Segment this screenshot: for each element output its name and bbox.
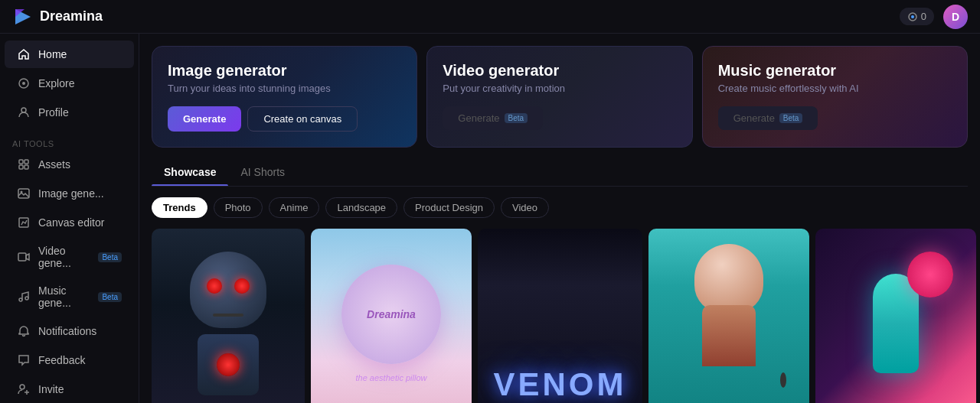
sidebar-item-label: Canvas editor xyxy=(38,216,104,229)
venom-text: VENOM xyxy=(493,366,626,403)
filter-pills: Trends Photo Anime Landscape Product Des… xyxy=(152,197,968,218)
sidebar-item-assets[interactable]: Assets xyxy=(5,151,134,178)
sidebar-item-label: Profile xyxy=(38,106,69,119)
profile-icon xyxy=(17,106,31,119)
video-beta-badge: Beta xyxy=(505,113,528,123)
sidebar-item-label: Notifications xyxy=(38,325,96,337)
sidebar-item-label: Assets xyxy=(38,158,70,171)
feature-cards: Image generator Turn your ideas into stu… xyxy=(152,46,968,148)
image-generator-card: Image generator Turn your ideas into stu… xyxy=(152,46,417,148)
sidebar-item-canvas-editor[interactable]: Canvas editor xyxy=(5,209,134,236)
video-icon xyxy=(17,250,31,264)
sidebar-item-notifications[interactable]: Notifications xyxy=(5,317,134,345)
explore-icon xyxy=(17,76,31,90)
card-title: Music generator xyxy=(718,62,952,80)
sidebar-item-profile[interactable]: Profile xyxy=(5,99,134,126)
image-gallery: Dreamina the aesthetic pillow VENOM xyxy=(152,229,968,403)
showcase-tabs: Showcase AI Shorts xyxy=(152,161,968,187)
music-generate-button[interactable]: Generate Beta xyxy=(718,106,818,130)
card-subtitle: Turn your ideas into stunning images xyxy=(168,83,401,94)
filter-landscape[interactable]: Landscape xyxy=(325,197,397,218)
card-subtitle: Put your creativity in motion xyxy=(443,83,676,94)
music-gen-badge: Beta xyxy=(98,292,122,302)
notification-counter[interactable]: 0 xyxy=(900,8,934,25)
gallery-item-dreaming[interactable]: Dreamina the aesthetic pillow xyxy=(311,229,472,403)
topnav-right: 0 D xyxy=(900,5,968,29)
filter-photo[interactable]: Photo xyxy=(214,197,263,218)
video-generate-button[interactable]: Generate Beta xyxy=(443,106,543,130)
sidebar-item-music-gen[interactable]: Music gene... Beta xyxy=(5,278,134,316)
gallery-item-portrait[interactable] xyxy=(648,229,809,403)
filter-anime[interactable]: Anime xyxy=(269,197,320,218)
sidebar-item-label: Music gene... xyxy=(38,284,89,309)
topnav: Dreamina 0 D xyxy=(0,0,980,34)
card-title: Image generator xyxy=(168,62,401,80)
assets-icon xyxy=(17,158,31,171)
svg-point-16 xyxy=(25,297,28,300)
gallery-item-venom[interactable]: VENOM xyxy=(478,229,642,403)
filter-video[interactable]: Video xyxy=(501,197,549,218)
svg-point-6 xyxy=(21,108,26,112)
invite-icon xyxy=(17,382,31,396)
gallery-item-robot[interactable] xyxy=(152,229,305,403)
sidebar-item-label: Invite xyxy=(38,383,64,395)
dreamina-logo-icon xyxy=(12,6,34,28)
robot-left-eye xyxy=(207,278,222,294)
sidebar-item-home[interactable]: Home xyxy=(5,41,134,68)
image-icon xyxy=(17,187,31,200)
video-generator-card: Video generator Put your creativity in m… xyxy=(426,46,692,148)
svg-point-3 xyxy=(911,15,914,18)
filter-product-design[interactable]: Product Design xyxy=(403,197,495,218)
sidebar-item-feedback[interactable]: Feedback xyxy=(5,346,134,374)
main-content: Image generator Turn your ideas into stu… xyxy=(139,34,980,403)
image-generate-button[interactable]: Generate xyxy=(168,106,241,132)
music-beta-badge: Beta xyxy=(779,113,803,123)
sidebar-section-ai-tools: AI tools xyxy=(0,136,139,150)
svg-point-17 xyxy=(20,385,24,389)
sidebar-item-image-gen[interactable]: Image gene... xyxy=(5,180,134,207)
card-subtitle: Create music effortlessly with AI xyxy=(718,83,952,94)
filter-trends[interactable]: Trends xyxy=(152,197,207,218)
card-title: Video generator xyxy=(443,62,676,80)
gallery-item-neon[interactable] xyxy=(815,229,976,403)
svg-rect-7 xyxy=(19,160,23,164)
svg-rect-8 xyxy=(24,160,28,164)
music-icon xyxy=(17,290,31,304)
logo[interactable]: Dreamina xyxy=(12,6,103,28)
sidebar-item-label: Feedback xyxy=(38,354,85,366)
create-on-canvas-button[interactable]: Create on canvas xyxy=(247,106,358,132)
video-gen-badge: Beta xyxy=(98,252,122,262)
card-actions: Generate Create on canvas xyxy=(168,106,401,132)
svg-rect-9 xyxy=(19,165,23,169)
user-avatar[interactable]: D xyxy=(943,5,968,29)
canvas-icon xyxy=(17,216,31,229)
svg-rect-10 xyxy=(24,165,28,169)
svg-point-15 xyxy=(19,298,22,301)
main-layout: Home Explore Profile AI tools xyxy=(0,34,980,403)
sidebar-item-label: Home xyxy=(38,48,67,60)
logo-text: Dreamina xyxy=(40,8,103,24)
tab-showcase[interactable]: Showcase xyxy=(152,161,228,186)
bell-small-icon xyxy=(907,11,918,22)
tab-ai-shorts[interactable]: AI Shorts xyxy=(228,161,297,186)
home-icon xyxy=(17,47,31,61)
feedback-icon xyxy=(17,353,31,367)
card-actions: Generate Beta xyxy=(718,106,952,130)
robot-right-eye xyxy=(234,278,250,294)
sidebar-item-label: Explore xyxy=(38,77,74,89)
sidebar-item-video-gen[interactable]: Video gene... Beta xyxy=(5,238,134,276)
svg-rect-14 xyxy=(18,253,26,261)
sidebar-item-invite[interactable]: Invite xyxy=(5,375,134,403)
sidebar-item-label: Image gene... xyxy=(38,187,104,200)
music-generator-card: Music generator Create music effortlessl… xyxy=(702,46,968,148)
bell-icon xyxy=(17,324,31,338)
sidebar-item-label: Video gene... xyxy=(38,245,89,269)
sidebar: Home Explore Profile AI tools xyxy=(0,34,139,403)
notif-count: 0 xyxy=(921,11,926,22)
sidebar-item-explore[interactable]: Explore xyxy=(5,70,134,97)
card-actions: Generate Beta xyxy=(443,106,676,130)
svg-point-5 xyxy=(22,82,25,85)
